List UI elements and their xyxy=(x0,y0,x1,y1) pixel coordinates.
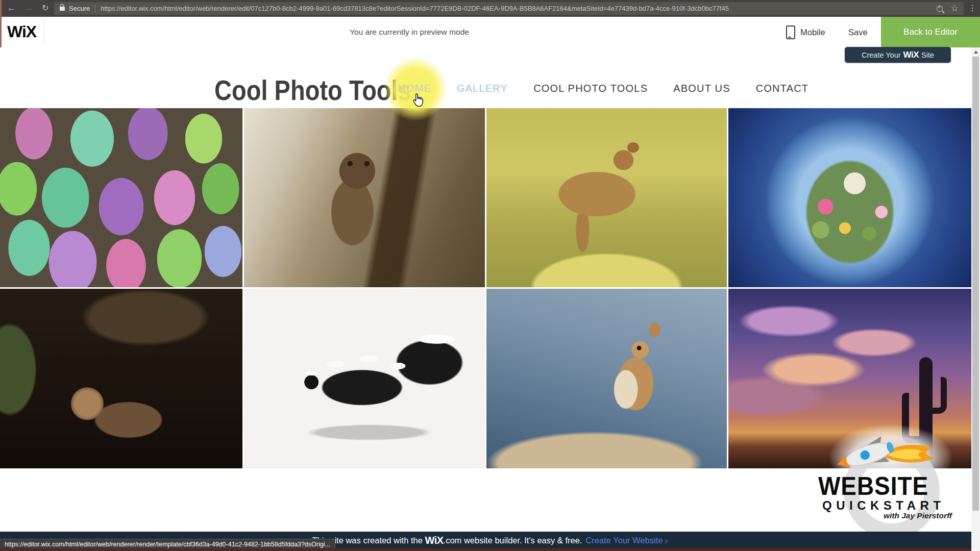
photo-spotted-skunk[interactable] xyxy=(244,289,485,468)
photo-little-planet[interactable] xyxy=(728,108,971,287)
scroll-thumb[interactable] xyxy=(972,57,979,511)
lock-icon xyxy=(60,7,65,11)
photo-coyote[interactable] xyxy=(486,108,727,287)
nav-item-cool-photo-tools[interactable]: COOL PHOTO TOOLS xyxy=(533,83,648,94)
quickstart-title: WEBSITE xyxy=(818,471,928,501)
photo-painted-cacti[interactable] xyxy=(0,108,242,287)
toolbar-divider xyxy=(44,21,44,43)
nav-item-gallery[interactable]: GALLERY xyxy=(457,83,508,94)
photo-owl[interactable] xyxy=(244,108,485,287)
page-title: Cool Photo Tools xyxy=(214,73,411,107)
zoom-icon[interactable] xyxy=(937,6,943,12)
forward-icon[interactable]: → xyxy=(24,3,33,14)
url-text: https://editor.wix.com/html/editor/web/r… xyxy=(101,5,932,12)
bookmark-star-icon[interactable]: ☆ xyxy=(951,6,959,12)
wix-logo[interactable]: WiX xyxy=(7,22,36,41)
preview-mode-text: You are currently in preview mode xyxy=(307,17,511,47)
browser-chrome: ← → ↻ Secure https://editor.wix.com/html… xyxy=(0,0,980,17)
scroll-up-button[interactable] xyxy=(971,47,980,56)
phone-icon xyxy=(786,26,795,39)
hand-cursor-icon xyxy=(411,92,425,108)
save-button[interactable]: Save xyxy=(848,17,868,47)
save-label: Save xyxy=(848,28,868,37)
promo-suffix: Site xyxy=(921,51,934,59)
banner-wix-brand: WiX xyxy=(425,535,443,546)
photo-chipmunk[interactable] xyxy=(486,289,727,468)
secure-label: Secure xyxy=(69,5,90,12)
wix-preview-toolbar: WiX You are currently in preview mode Mo… xyxy=(0,17,980,47)
banner-brand-suffix: .com xyxy=(444,536,462,545)
quickstart-subtitle: QUICKSTART xyxy=(822,498,945,513)
back-to-editor-button[interactable]: Back to Editor xyxy=(881,17,980,47)
website-quickstart-logo: WEBSITE QUICKSTART with Jay Pierstorff xyxy=(814,434,967,533)
rocket-icon xyxy=(821,433,955,477)
window-edge-bottom xyxy=(0,548,980,551)
refresh-icon[interactable]: ↻ xyxy=(42,3,48,14)
mobile-label: Mobile xyxy=(800,28,825,37)
site-nav: HOME GALLERY COOL PHOTO TOOLS ABOUT US C… xyxy=(398,83,808,94)
browser-window: ← → ↻ Secure https://editor.wix.com/html… xyxy=(0,0,980,551)
address-bar[interactable]: Secure https://editor.wix.com/html/edito… xyxy=(54,2,964,15)
quickstart-tagline: with Jay Pierstorff xyxy=(884,511,952,520)
photo-mountain-lion[interactable] xyxy=(0,289,242,468)
nav-item-about-us[interactable]: ABOUT US xyxy=(673,83,730,94)
promo-brand: WiX xyxy=(903,50,919,60)
mobile-button[interactable]: Mobile xyxy=(786,17,825,47)
url-divider xyxy=(95,5,95,12)
back-icon[interactable]: ← xyxy=(7,3,16,14)
window-edge-left xyxy=(0,0,2,47)
create-website-link[interactable]: Create Your Website › xyxy=(585,536,668,545)
nav-item-contact[interactable]: CONTACT xyxy=(756,83,809,94)
browser-menu-icon[interactable]: ⋮ xyxy=(967,3,977,13)
page-scrollbar[interactable] xyxy=(971,47,980,551)
create-wix-site-button[interactable]: Create Your WiX Site xyxy=(845,47,951,63)
status-url-tooltip: https://editor.wix.com/html/editor/web/r… xyxy=(0,539,335,549)
banner-text-middle: website builder. It's easy & free. xyxy=(461,536,582,545)
promo-prefix: Create Your xyxy=(862,51,901,59)
